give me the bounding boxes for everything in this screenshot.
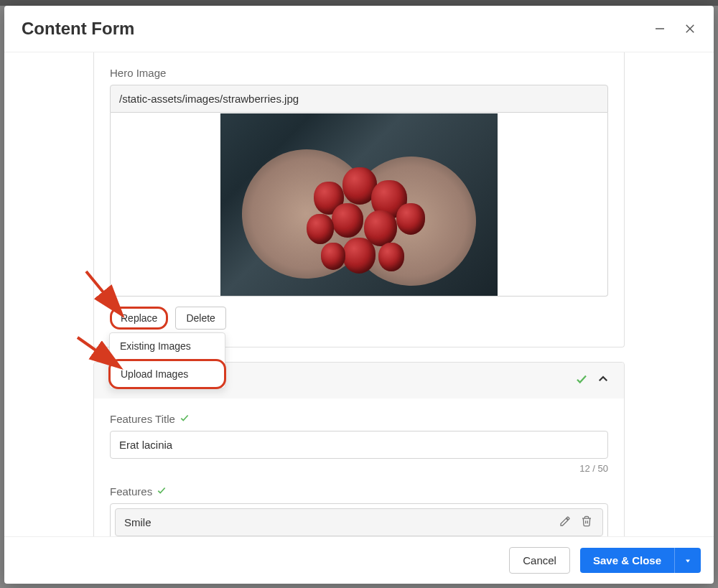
hero-image-section: Hero Image: [93, 52, 625, 347]
chevron-up-icon[interactable]: [597, 373, 610, 388]
feature-item[interactable]: [115, 508, 603, 536]
save-button-group: Save & Close: [580, 548, 701, 573]
minimize-icon[interactable]: [653, 22, 666, 35]
hero-image: [220, 113, 498, 296]
annotation-arrow-upload: [72, 332, 129, 375]
hero-image-path-input[interactable]: [110, 85, 608, 113]
features-list: [110, 503, 608, 536]
svg-marker-3: [686, 559, 690, 562]
hero-image-label: Hero Image: [110, 67, 608, 79]
feature-item-input[interactable]: [116, 509, 559, 536]
save-and-close-button[interactable]: Save & Close: [580, 548, 674, 573]
close-icon[interactable]: [684, 22, 696, 35]
form-panel: Hero Image: [93, 52, 625, 536]
features-title-input[interactable]: [110, 431, 608, 459]
save-dropdown-toggle[interactable]: [674, 548, 701, 573]
annotation-arrow-replace: [80, 266, 131, 323]
trash-icon[interactable]: [581, 515, 592, 530]
modal-header: Content Form: [4, 6, 714, 52]
features-label: Features: [110, 485, 608, 498]
svg-line-7: [78, 337, 116, 365]
hero-image-preview: [110, 113, 608, 297]
image-actions: Replace Delete Existing Images Upload Im…: [110, 307, 608, 330]
delete-button[interactable]: Delete: [175, 307, 225, 330]
edit-icon[interactable]: [559, 515, 571, 530]
svg-line-5: [86, 271, 119, 312]
modal-title: Content Form: [22, 19, 134, 39]
modal-footer: Cancel Save & Close: [4, 536, 714, 584]
check-icon: [575, 373, 588, 388]
check-icon: [180, 413, 190, 425]
features-title-char-count: 12 / 50: [110, 463, 608, 474]
modal-window-controls: [653, 22, 696, 35]
features-title-label: Features Title: [110, 413, 608, 425]
cancel-button[interactable]: Cancel: [509, 547, 570, 574]
check-icon: [157, 485, 167, 498]
background-toolbar: [0, 0, 718, 6]
